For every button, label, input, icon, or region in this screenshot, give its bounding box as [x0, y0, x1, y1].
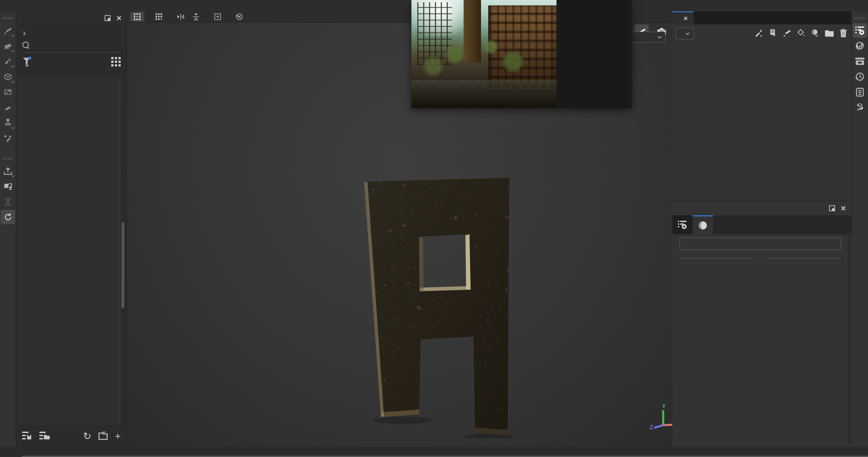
layers-panel: ×: [672, 11, 851, 201]
substance-painter-window: × ↻: [0, 0, 868, 457]
chevron-down-icon: [686, 31, 690, 35]
reset-rotation-button[interactable]: [232, 12, 246, 22]
refresh-shelf-icon[interactable]: ↻: [83, 431, 91, 441]
add-group-icon[interactable]: [825, 29, 834, 38]
panels-toolbar: [851, 11, 868, 447]
shelf-panel: × ↻: [16, 11, 127, 447]
symmetry-y-button[interactable]: [189, 12, 203, 22]
sync-button[interactable]: [1, 210, 15, 224]
add-resource-icon[interactable]: +: [115, 431, 121, 441]
delete-layer-icon[interactable]: [839, 29, 848, 38]
undock-panel-icon[interactable]: [828, 205, 836, 212]
shelf-scrollbar[interactable]: [118, 77, 121, 425]
close-panel-icon[interactable]: ×: [116, 14, 122, 22]
search-input[interactable]: [34, 41, 121, 49]
channel-filter-dropdown[interactable]: [676, 28, 694, 39]
properties-panel: ×: [672, 201, 851, 447]
substance-share-button[interactable]: [852, 100, 867, 115]
properties-scrollbar[interactable]: [848, 235, 850, 444]
layers-tab-bar: ×: [672, 11, 851, 24]
shelf-header: ×: [16, 11, 127, 25]
drag-grip-icon[interactable]: [855, 17, 865, 19]
search-icon: [22, 41, 29, 49]
properties-tabs: [672, 215, 851, 234]
eraser-tool-button[interactable]: [1, 39, 15, 53]
tab-tool-properties[interactable]: [672, 215, 692, 234]
export-button[interactable]: [1, 164, 15, 178]
or-divider: [680, 258, 841, 259]
grid-view-icon[interactable]: [111, 57, 121, 67]
properties-content: [672, 234, 847, 447]
tab-layers[interactable]: ×: [672, 11, 694, 24]
close-panel-icon[interactable]: ×: [841, 205, 846, 212]
add-smart-material-icon[interactable]: [754, 29, 764, 38]
add-mask-icon[interactable]: [811, 29, 819, 38]
add-smart-mask-icon[interactable]: [769, 29, 778, 38]
chevron-right-icon: [22, 31, 26, 35]
model-3d[interactable]: [363, 176, 512, 438]
hourglass-icon: [1, 194, 15, 209]
projection-tool-button[interactable]: [1, 54, 15, 68]
search-bar: [22, 41, 121, 53]
axis-gizmo[interactable]: Y X Z: [649, 404, 672, 431]
properties-panel-button[interactable]: [852, 23, 867, 38]
axis-y-label: Y: [662, 404, 666, 409]
stamp-tool-button[interactable]: [1, 116, 15, 130]
display-settings-button[interactable]: [852, 39, 867, 53]
shelf-panel-button[interactable]: [852, 54, 867, 68]
new-folder-icon[interactable]: [98, 431, 108, 441]
paint-tool-button[interactable]: [1, 23, 15, 38]
clone-tool-button[interactable]: [1, 100, 15, 115]
tab-material-properties[interactable]: [692, 215, 713, 234]
close-tab-icon[interactable]: ×: [684, 14, 688, 22]
smudge-tool-button[interactable]: [1, 85, 15, 99]
transform-gizmo-button[interactable]: [130, 12, 144, 22]
save-shelf-icon[interactable]: [22, 431, 33, 441]
tiling-mode-button[interactable]: [152, 12, 166, 22]
add-paint-layer-icon[interactable]: [782, 29, 792, 38]
material-picker-tool-button[interactable]: [1, 131, 15, 145]
reference-image-window[interactable]: [411, 0, 632, 108]
drag-grip-icon[interactable]: [3, 158, 13, 160]
window-edge: [22, 456, 868, 457]
axis-z-label: Z: [650, 424, 653, 430]
shelf-filter-row: [16, 53, 127, 70]
properties-header: ×: [672, 201, 851, 215]
symmetry-x-button[interactable]: [174, 12, 188, 22]
tab-display-settings[interactable]: [694, 11, 706, 24]
library-selector[interactable]: [16, 25, 127, 36]
material-grid: [19, 77, 117, 425]
layer-list: [672, 42, 851, 201]
undock-panel-icon[interactable]: [104, 14, 112, 22]
filter-icon[interactable]: [22, 56, 32, 68]
tools-toolbar: [0, 11, 16, 447]
status-bar: [0, 447, 868, 456]
drag-grip-icon[interactable]: [3, 17, 13, 19]
layers-toolbar: [672, 24, 851, 42]
history-button[interactable]: [852, 69, 867, 84]
reference-image: [411, 0, 557, 108]
log-button[interactable]: [852, 85, 867, 99]
open-shelf-folder-icon[interactable]: [39, 431, 50, 441]
tab-texture-set-list[interactable]: [706, 11, 717, 24]
add-fill-layer-icon[interactable]: [797, 29, 806, 38]
resources-updater-button[interactable]: [1, 179, 15, 193]
no-resource-box: [680, 238, 841, 250]
center-pivot-button[interactable]: [211, 12, 225, 22]
polygon-fill-tool-button[interactable]: [1, 69, 15, 84]
shelf-footer: ↻ +: [16, 426, 127, 447]
